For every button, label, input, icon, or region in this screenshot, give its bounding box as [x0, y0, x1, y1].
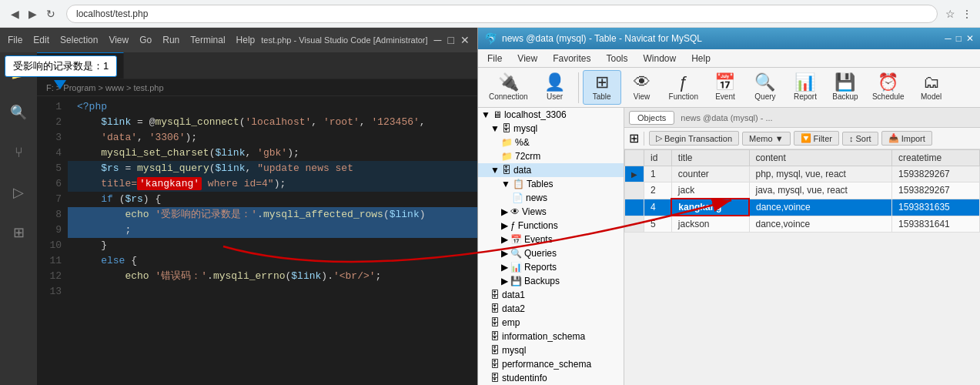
extensions-icon[interactable]: ⊞ [5, 219, 32, 246]
cell-id[interactable]: 5 [644, 216, 672, 233]
menu-go[interactable]: Go [139, 35, 152, 45]
navicat-close[interactable]: ✕ [966, 33, 974, 44]
back-button[interactable]: ◀ [8, 6, 22, 22]
cell-id[interactable]: 1 [644, 166, 672, 182]
menu-icon[interactable]: ⋮ [962, 8, 972, 20]
navicat-minimize[interactable]: ─ [945, 33, 952, 44]
table-row[interactable]: ▶ 1 counter php, mysql, vue, react 15938… [625, 166, 980, 182]
col-title[interactable]: title [671, 150, 749, 166]
cell-title[interactable]: jack [671, 182, 749, 199]
cell-content[interactable]: php, mysql, vue, react [749, 166, 892, 182]
nav-menu-favorites[interactable]: Favorites [547, 52, 597, 65]
model-button[interactable]: 🗂 Model [912, 71, 951, 104]
objects-tab[interactable]: Objects [629, 111, 674, 125]
tree-item-data1[interactable]: 🗄 data1 [478, 288, 624, 302]
nav-menu-window[interactable]: Window [637, 52, 683, 65]
star-icon[interactable]: ☆ [945, 8, 955, 20]
cell-content[interactable]: java, mysql, vue, react [749, 182, 892, 199]
tree-item-news[interactable]: 📄 news [478, 191, 624, 205]
tree-item-queries[interactable]: ▶ 🔍 Queries [478, 246, 624, 260]
tree-item-data2[interactable]: 🗄 data2 [478, 302, 624, 316]
col-content[interactable]: content [749, 150, 892, 166]
menu-file[interactable]: File [8, 35, 22, 45]
tree-item-backups[interactable]: ▶ 💾 Backups [478, 274, 624, 288]
connection-button[interactable]: 🔌 Connection [483, 71, 534, 104]
db-icon: 🗄 [490, 290, 500, 300]
tree-item-views[interactable]: ▶ 👁 Views [478, 205, 624, 219]
tree-item-studentinfo[interactable]: 🗄 studentinfo [478, 371, 624, 385]
cell-title[interactable]: jackson [671, 216, 749, 233]
forward-button[interactable]: ▶ [25, 6, 40, 22]
tree-item-functions[interactable]: ▶ ƒ Functions [478, 219, 624, 233]
cell-createtime[interactable]: 1593829267 [892, 182, 980, 199]
git-icon[interactable]: ⑂ [5, 139, 32, 166]
table-row[interactable]: 2 jack java, mysql, vue, react 159382926… [625, 182, 980, 199]
table-button[interactable]: ⊞ Table [583, 70, 621, 105]
schedule-button[interactable]: ⏰ Schedule [866, 71, 911, 104]
code-area[interactable]: 12345 678910 111213 <?php $link = @mysql… [37, 96, 477, 385]
table-row-selected[interactable]: 4 kangkang dance,voince 1593831635 [625, 199, 980, 216]
menu-run[interactable]: Run [162, 35, 179, 45]
tree-item-72crm[interactable]: 📁 72crm [478, 149, 624, 163]
tree-item-localhost[interactable]: ▼ 🖥 localhost_3306 [478, 108, 624, 122]
nav-right: Objects news @data (mysql) - ... ⊞ ▷ Beg… [624, 108, 980, 385]
cell-createtime[interactable]: 1593831635 [892, 199, 980, 216]
code-line-4: mysqli_set_charset($link, 'gbk'); [68, 146, 477, 161]
menu-help[interactable]: Help [236, 35, 256, 45]
tree-item-percent[interactable]: 📁 %& [478, 136, 624, 149]
memo-button[interactable]: Memo ▼ [742, 132, 790, 146]
tree-item-reports[interactable]: ▶ 📊 Reports [478, 260, 624, 274]
view-button[interactable]: 👁 View [623, 71, 661, 104]
cell-createtime[interactable]: 1593831641 [892, 216, 980, 233]
sort-button[interactable]: ↕ Sort [842, 132, 878, 146]
cell-content[interactable]: dance,voince [749, 199, 892, 216]
minimize-button[interactable]: ─ [434, 34, 442, 46]
col-createtime[interactable]: createtime [892, 150, 980, 166]
menu-selection[interactable]: Selection [60, 35, 98, 45]
nav-menu-file[interactable]: File [481, 52, 508, 65]
tree-item-performance-schema[interactable]: 🗄 performance_schema [478, 357, 624, 371]
backup-button[interactable]: 💾 Backup [826, 71, 865, 104]
cell-title[interactable]: counter [671, 166, 749, 182]
cell-title-highlighted[interactable]: kangkang [671, 199, 749, 216]
function-button[interactable]: ƒ Function [663, 71, 704, 104]
import-button[interactable]: 📥 Import [881, 131, 932, 146]
user-button[interactable]: 👤 User [536, 71, 574, 104]
address-bar[interactable]: localhost/test.php [66, 5, 938, 23]
tree-item-tables[interactable]: ▼ 📋 Tables [478, 177, 624, 191]
search-icon[interactable]: 🔍 [5, 99, 32, 126]
maximize-button[interactable]: □ [448, 34, 454, 46]
tree-item-mysql2[interactable]: 🗄 mysql [478, 343, 624, 357]
cell-id[interactable]: 2 [644, 182, 672, 199]
menu-terminal[interactable]: Terminal [190, 35, 225, 45]
cell-content[interactable]: dance,voince [749, 216, 892, 233]
refresh-button[interactable]: ↻ [43, 6, 59, 22]
nav-menu-help[interactable]: Help [685, 52, 717, 65]
backups-icon: 💾 [510, 276, 522, 286]
close-button[interactable]: ✕ [460, 34, 470, 46]
tree-item-data[interactable]: ▼ 🗄 data [478, 163, 624, 177]
code-content[interactable]: <?php $link = @mysqli_connect('localhost… [68, 96, 477, 385]
tree-item-events[interactable]: ▶ 📅 Events [478, 233, 624, 246]
tree-item-information-schema[interactable]: 🗄 information_schema [478, 330, 624, 343]
report-button[interactable]: 📊 Report [786, 71, 824, 104]
line-numbers: 12345 678910 111213 [37, 96, 68, 385]
tree-item-mysql[interactable]: ▼ 🗄 mysql [478, 122, 624, 136]
event-button[interactable]: 📅 Event [706, 71, 744, 104]
col-id[interactable]: id [644, 150, 672, 166]
expand-icon: ▶ [501, 220, 508, 231]
cell-id[interactable]: 4 [644, 199, 672, 216]
nav-menu-view[interactable]: View [511, 52, 544, 65]
filter-button[interactable]: 🔽 Filter [794, 131, 839, 146]
debug-icon[interactable]: ▷ [5, 179, 32, 206]
connection-icon: 🔌 [498, 74, 519, 91]
cell-createtime[interactable]: 1593829267 [892, 166, 980, 182]
tree-item-emp[interactable]: 🗄 emp [478, 316, 624, 330]
query-button[interactable]: 🔍 Query [746, 71, 784, 104]
menu-edit[interactable]: Edit [33, 35, 49, 45]
navicat-maximize[interactable]: □ [956, 33, 962, 44]
begin-transaction-button[interactable]: ▷ Begin Transaction [649, 131, 739, 146]
nav-menu-tools[interactable]: Tools [600, 52, 634, 65]
menu-view[interactable]: View [109, 35, 129, 45]
table-row[interactable]: 5 jackson dance,voince 1593831641 [625, 216, 980, 233]
